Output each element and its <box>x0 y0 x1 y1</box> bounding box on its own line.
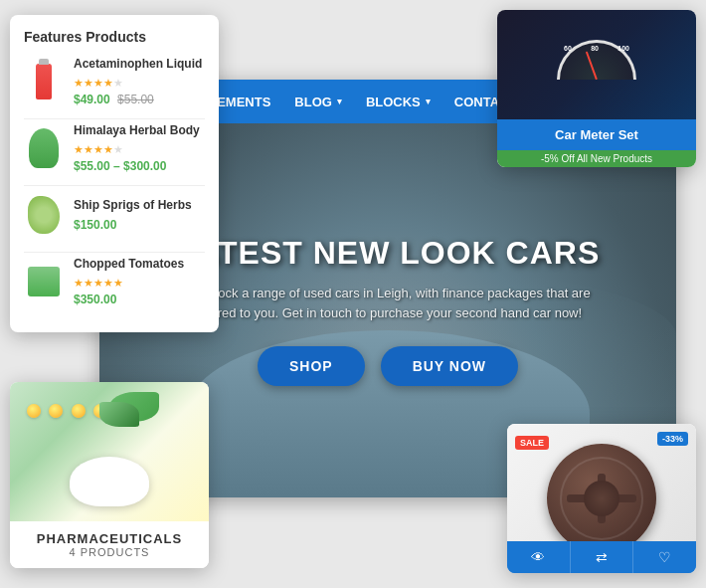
meter-title: Car Meter Set <box>497 119 696 150</box>
speedometer-visual: 60 80 100 <box>552 40 641 90</box>
tomato-icon <box>28 267 60 296</box>
pill-icon <box>27 404 41 418</box>
meter-number: 100 <box>618 45 629 52</box>
divider <box>24 118 205 119</box>
pill-icon <box>72 404 86 418</box>
features-products-card: Features Products Acetaminophen Liquid ★… <box>10 15 219 332</box>
list-item[interactable]: Himalaya Herbal Body ★★★★★ $55.00 – $300… <box>24 123 205 173</box>
product-rating: ★★★★★ <box>74 77 205 90</box>
product-image <box>24 190 64 240</box>
hero-title: LATEST NEW LOOK CARS <box>176 235 601 272</box>
old-price: $55.00 <box>117 93 154 106</box>
product-price: $350.00 <box>74 293 205 306</box>
chevron-down-icon: ▾ <box>426 97 431 106</box>
product-info: Chopped Tomatoes ★★★★★ $350.00 <box>74 257 205 306</box>
product-name: Chopped Tomatoes <box>74 257 205 273</box>
product-name: Ship Sprigs of Herbs <box>74 198 205 214</box>
compare-button[interactable]: ⇄ <box>571 541 634 573</box>
hero-subtitle: We stock a range of used cars in Leigh, … <box>179 284 597 322</box>
list-item[interactable]: Acetaminophen Liquid ★★★★★ $49.00 $55.00 <box>24 57 205 106</box>
meter-image: 60 80 100 <box>497 10 696 119</box>
steering-action-bar: 👁 ⇄ ♡ <box>507 541 696 573</box>
car-meter-card[interactable]: 60 80 100 Car Meter Set -5% Off All New … <box>497 10 696 167</box>
pharma-title: PHARMACEUTICALS <box>20 531 199 546</box>
pill-icon <box>49 404 63 418</box>
hero-buttons: SHOP BUY NOW <box>258 346 518 386</box>
sprigs-icon <box>28 196 60 234</box>
list-item[interactable]: Chopped Tomatoes ★★★★★ $350.00 <box>24 257 205 306</box>
meter-number: 80 <box>591 45 599 52</box>
divider <box>24 185 205 186</box>
meter-promo: -5% Off All New Products <box>497 150 696 167</box>
meter-numbers: 60 80 100 <box>560 45 633 52</box>
nav-item-blog[interactable]: BLOG ▾ <box>284 91 352 113</box>
meter-number: 60 <box>564 45 572 52</box>
pharma-image <box>10 382 209 521</box>
sale-badge: SALE <box>515 436 549 450</box>
steering-wheel-icon <box>547 444 656 553</box>
sale-badge-area: SALE <box>515 432 549 450</box>
shop-button[interactable]: SHOP <box>258 346 365 386</box>
product-info: Ship Sprigs of Herbs $150.00 <box>74 198 205 232</box>
leaf-icon <box>99 402 139 427</box>
medicine-bottle-icon <box>36 64 52 99</box>
product-image <box>24 257 64 306</box>
product-name: Himalaya Herbal Body <box>74 123 205 139</box>
herb-icon <box>29 128 59 168</box>
product-price: $55.00 – $300.00 <box>74 159 205 173</box>
chevron-down-icon: ▾ <box>337 97 342 106</box>
product-info: Acetaminophen Liquid ★★★★★ $49.00 $55.00 <box>74 57 205 106</box>
divider <box>24 252 205 253</box>
wheel-center <box>584 481 619 516</box>
product-name: Acetaminophen Liquid <box>74 57 205 73</box>
pharmaceuticals-card[interactable]: PHARMACEUTICALS 4 PRODUCTS <box>10 382 209 568</box>
buy-now-button[interactable]: BUY NOW <box>381 346 518 386</box>
product-rating: ★★★★★ <box>74 143 205 156</box>
pharma-count: 4 PRODUCTS <box>20 546 199 558</box>
product-price: $49.00 $55.00 <box>74 93 205 106</box>
nav-item-blocks[interactable]: BLOCKS ▾ <box>356 91 441 113</box>
meter-gauge: 60 80 100 <box>557 40 636 80</box>
steering-wheel-card[interactable]: SALE -33% 👁 ⇄ ♡ <box>507 424 696 573</box>
list-item[interactable]: Ship Sprigs of Herbs $150.00 <box>24 190 205 240</box>
mortar-bowl-icon <box>70 457 149 506</box>
product-info: Himalaya Herbal Body ★★★★★ $55.00 – $300… <box>74 123 205 173</box>
pharma-label: PHARMACEUTICALS 4 PRODUCTS <box>10 521 209 568</box>
features-title: Features Products <box>24 29 205 45</box>
product-image <box>24 123 64 173</box>
discount-badge: -33% <box>657 432 688 446</box>
product-rating: ★★★★★ <box>74 277 205 290</box>
view-button[interactable]: 👁 <box>507 541 571 573</box>
product-image <box>24 57 64 106</box>
wishlist-button[interactable]: ♡ <box>633 541 696 573</box>
product-price: $150.00 <box>74 218 205 232</box>
